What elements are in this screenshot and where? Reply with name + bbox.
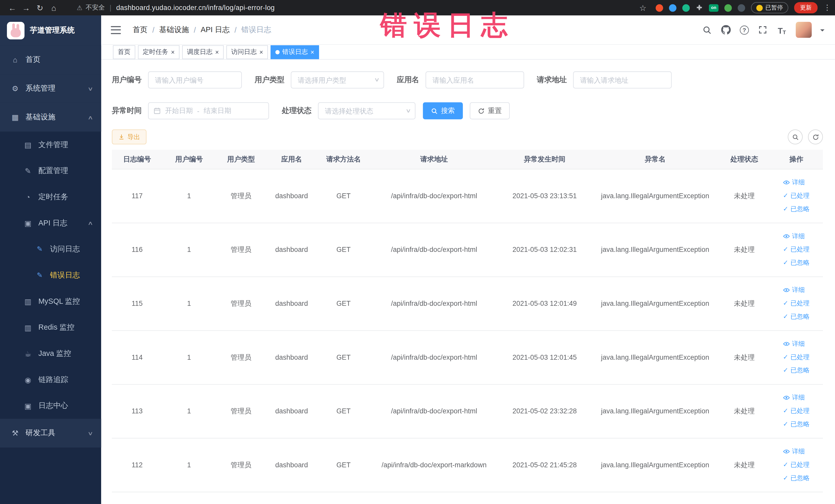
cell-user_id: 1 bbox=[162, 438, 216, 492]
chevron-down-icon: ∨ bbox=[405, 107, 411, 114]
user-type-select[interactable] bbox=[291, 72, 384, 88]
row-action-ignored[interactable]: ✓已忽略 bbox=[783, 364, 810, 377]
cell-user_id: 1 bbox=[162, 384, 216, 438]
sidebar-item-system[interactable]: ⚙系统管理∨ bbox=[0, 74, 101, 103]
extension-on-badge[interactable]: on bbox=[709, 4, 718, 12]
export-button[interactable]: 导出 bbox=[112, 129, 147, 144]
search-button[interactable]: 搜索 bbox=[423, 102, 463, 119]
fullscreen-icon[interactable] bbox=[757, 24, 768, 35]
cell-actions: 详细✓已处理✓已忽略 bbox=[770, 223, 823, 277]
hamburger-icon[interactable] bbox=[111, 26, 121, 34]
sidebar-item-log-center[interactable]: ▣日志中心 bbox=[0, 392, 101, 419]
extension-icon[interactable] bbox=[656, 4, 663, 12]
user-avatar[interactable] bbox=[796, 22, 812, 38]
browser-home-icon[interactable]: ⌂ bbox=[47, 0, 61, 15]
row-action-ignored[interactable]: ✓已忽略 bbox=[783, 203, 810, 216]
date-range-picker[interactable]: 开始日期 - 结束日期 bbox=[148, 102, 269, 119]
tab-错误日志[interactable]: 错误日志× bbox=[270, 45, 319, 59]
check-icon: ✓ bbox=[783, 203, 788, 216]
refresh-button[interactable] bbox=[808, 129, 823, 144]
tab-首页[interactable]: 首页 bbox=[113, 45, 135, 59]
row-action-processed[interactable]: ✓已处理 bbox=[783, 189, 810, 203]
sidebar-item-dev-tools[interactable]: ⚒研发工具∨ bbox=[0, 419, 101, 447]
cell-url: /api/infra/db-doc/export-html bbox=[370, 277, 498, 330]
request-url-input[interactable] bbox=[573, 72, 672, 88]
cell-app: dashboard bbox=[266, 223, 317, 277]
row-action-processed[interactable]: ✓已处理 bbox=[783, 350, 810, 364]
app-name-input[interactable] bbox=[426, 72, 524, 88]
row-action-detail[interactable]: 详细 bbox=[783, 391, 805, 404]
extension-icon[interactable] bbox=[725, 4, 732, 12]
sidebar-item-config[interactable]: ✎配置管理 bbox=[0, 158, 101, 184]
update-button[interactable]: 更新 bbox=[794, 2, 817, 13]
row-action-detail[interactable]: 详细 bbox=[783, 176, 805, 189]
cell-time: 2021-05-02 21:45:28 bbox=[498, 438, 591, 492]
breadcrumb-item[interactable]: 首页 bbox=[133, 25, 148, 35]
browser-menu-icon[interactable]: ⋮ bbox=[823, 0, 830, 15]
row-action-processed[interactable]: ✓已处理 bbox=[783, 243, 810, 256]
process-status-select[interactable] bbox=[318, 102, 415, 119]
chevron-down-icon: ∨ bbox=[87, 430, 93, 436]
sidebar-item-java[interactable]: ☕Java 监控 bbox=[0, 340, 101, 367]
close-icon[interactable]: × bbox=[171, 49, 175, 55]
breadcrumb-item[interactable]: API 日志 bbox=[201, 25, 230, 35]
github-icon[interactable] bbox=[720, 24, 731, 35]
filter-label-app-name: 应用名 bbox=[397, 75, 419, 85]
row-action-detail[interactable]: 详细 bbox=[783, 283, 805, 297]
row-action-processed[interactable]: ✓已处理 bbox=[783, 458, 810, 472]
row-action-ignored[interactable]: ✓已忽略 bbox=[783, 418, 810, 431]
table-header-row: 日志编号用户编号用户类型应用名请求方法名请求地址异常发生时间异常名处理状态操作 bbox=[112, 150, 823, 169]
reload-icon[interactable]: ↻ bbox=[33, 0, 47, 15]
font-size-icon[interactable]: TT bbox=[776, 24, 787, 35]
row-action-ignored[interactable]: ✓已忽略 bbox=[783, 471, 810, 485]
url-text[interactable]: dashboard.yudao.iocoder.cn/infra/log/api… bbox=[116, 4, 275, 12]
close-icon[interactable]: × bbox=[260, 49, 263, 55]
cell-exception: java.lang.IllegalArgumentException bbox=[591, 223, 719, 277]
sidebar-item-trace[interactable]: ◉链路追踪 bbox=[0, 367, 101, 393]
tab-定时任务[interactable]: 定时任务× bbox=[138, 45, 179, 59]
search-icon[interactable] bbox=[701, 24, 712, 35]
row-action-processed[interactable]: ✓已处理 bbox=[783, 404, 810, 418]
row-action-ignored[interactable]: ✓已忽略 bbox=[783, 310, 810, 323]
chevron-down-icon[interactable] bbox=[820, 29, 825, 33]
bookmark-star-icon[interactable]: ☆ bbox=[636, 0, 650, 15]
extension-icon[interactable] bbox=[682, 4, 690, 12]
breadcrumb-item[interactable]: 基础设施 bbox=[159, 25, 189, 35]
sidebar-item-api-log[interactable]: ▣API 日志∧ bbox=[0, 210, 101, 236]
toggle-search-button[interactable] bbox=[788, 129, 803, 144]
help-icon[interactable]: ? bbox=[740, 25, 749, 35]
column-header: 请求方法名 bbox=[317, 150, 370, 169]
paused-badge[interactable]: 已暂停 bbox=[751, 2, 788, 13]
cell-user_id: 1 bbox=[162, 223, 216, 277]
security-label[interactable]: 不安全 bbox=[86, 3, 105, 12]
row-action-processed[interactable]: ✓已处理 bbox=[783, 297, 810, 310]
sidebar-item-redis[interactable]: ▥Redis 监控 bbox=[0, 314, 101, 340]
sidebar-item-mysql[interactable]: ▥MySQL 监控 bbox=[0, 288, 101, 315]
sidebar-item-access-log[interactable]: ✎访问日志 bbox=[0, 236, 101, 262]
extensions-puzzle-icon[interactable] bbox=[696, 4, 703, 12]
row-action-detail[interactable]: 详细 bbox=[783, 229, 805, 243]
reset-button[interactable]: 重置 bbox=[470, 102, 510, 119]
close-icon[interactable]: × bbox=[311, 49, 314, 55]
sidebar-item-home[interactable]: ⌂首页 bbox=[0, 45, 101, 74]
sidebar-item-error-log[interactable]: ✎错误日志 bbox=[0, 262, 101, 288]
row-action-detail[interactable]: 详细 bbox=[783, 445, 805, 458]
tab-访问日志[interactable]: 访问日志× bbox=[226, 45, 268, 59]
tab-调度日志[interactable]: 调度日志× bbox=[182, 45, 224, 59]
column-header: 处理状态 bbox=[719, 150, 770, 169]
user-id-input[interactable] bbox=[148, 72, 242, 88]
app-logo[interactable]: 芋道管理系统 bbox=[0, 15, 101, 45]
tab-label: 调度日志 bbox=[187, 47, 212, 57]
row-action-ignored[interactable]: ✓已忽略 bbox=[783, 256, 810, 269]
sidebar-item-job[interactable]: ◔定时任务 bbox=[0, 184, 101, 210]
breadcrumb-separator: / bbox=[194, 26, 196, 34]
row-action-detail[interactable]: 详细 bbox=[783, 337, 805, 350]
back-icon[interactable]: ← bbox=[5, 0, 19, 15]
extension-icon[interactable] bbox=[738, 4, 745, 12]
sidebar-item-label: 基础设施 bbox=[26, 113, 56, 122]
sidebar-item-infra[interactable]: ▦基础设施∧ bbox=[0, 103, 101, 132]
sidebar-item-file[interactable]: ▤文件管理 bbox=[0, 132, 101, 158]
extension-icon[interactable] bbox=[669, 4, 676, 12]
close-icon[interactable]: × bbox=[215, 49, 219, 55]
forward-icon[interactable]: → bbox=[19, 0, 33, 15]
